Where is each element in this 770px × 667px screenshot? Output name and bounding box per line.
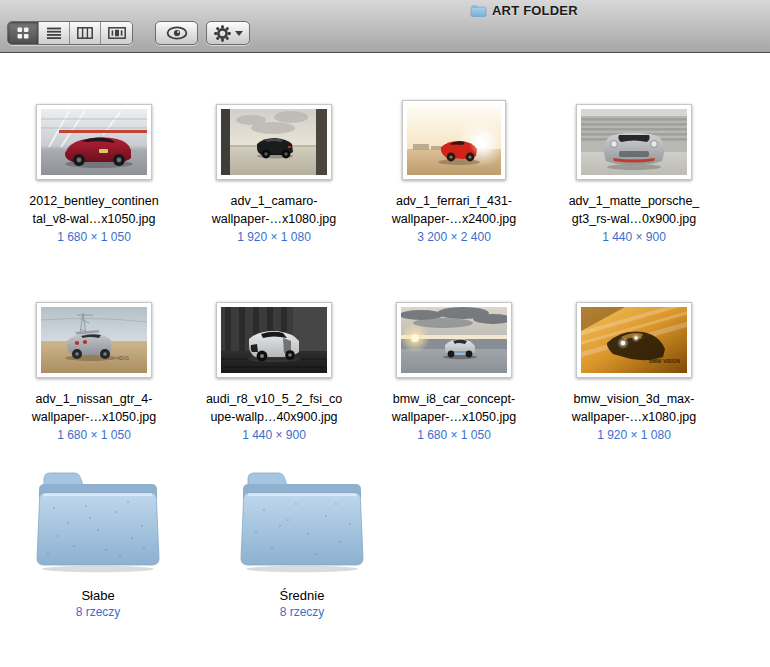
file-name-line: 2012_bentley_continen xyxy=(29,194,158,208)
coverflow-view-icon xyxy=(108,27,126,39)
file-name-line: bmw_i8_car_concept- xyxy=(393,392,515,406)
file-item[interactable]: ADV1 adv_1_nissan_gtr_4-wallpaper-…x1050… xyxy=(4,286,184,442)
view-mode-segmented-control xyxy=(7,21,133,45)
file-name-line: adv_1_camaro- xyxy=(231,194,318,208)
action-button[interactable] xyxy=(206,21,250,45)
folder-item[interactable]: Słabe 8 rzeczy xyxy=(8,468,188,619)
file-name: adv_1_nissan_gtr_4-wallpaper-…x1050.jpg xyxy=(32,390,156,426)
file-thumbnail-bmw-i8 xyxy=(396,302,512,378)
file-thumbnail-porsche xyxy=(576,104,692,180)
file-name-line: audi_r8_v10_5_2_fsi_co xyxy=(206,392,342,406)
folder-row: Słabe 8 rzeczy Średnie 8 rzeczy xyxy=(8,468,392,619)
file-dimensions: 3 200 × 2 400 xyxy=(417,230,491,244)
file-name: bmw_vision_3d_max-wallpaper-…x1080.jpg xyxy=(572,390,696,426)
file-dimensions: 1 680 × 1 050 xyxy=(417,428,491,442)
file-item[interactable]: BMW VISION bmw_vision_3d_max-wallpaper-…… xyxy=(544,286,724,442)
file-thumbnail-bmw-vision: BMW VISION xyxy=(576,302,692,378)
file-name-line: adv_1_ferrari_f_431- xyxy=(396,194,512,208)
file-name-line: wallpaper-…x1050.jpg xyxy=(32,410,156,424)
file-row-2: ADV1 adv_1_nissan_gtr_4-wallpaper-…x1050… xyxy=(4,286,724,442)
file-name-line: adv_1_nissan_gtr_4- xyxy=(36,392,153,406)
file-item[interactable]: adv_1_ferrari_f_431-wallpaper-…x2400.jpg… xyxy=(364,80,544,244)
window-title-area: ART FOLDER xyxy=(470,2,578,19)
quicklook-button[interactable] xyxy=(155,21,198,45)
file-thumbnail-nissan-gtr: ADV1 xyxy=(36,302,152,378)
file-item[interactable]: 2012_bentley_continental_v8-wal…x1050.jp… xyxy=(4,80,184,244)
file-name-line: wallpaper-…x2400.jpg xyxy=(392,212,516,226)
folder-name: Średnie xyxy=(280,588,325,603)
svg-text:BMW VISION: BMW VISION xyxy=(649,358,680,364)
file-item[interactable]: adv_1_camaro-wallpaper-…x1080.jpg 1 920 … xyxy=(184,80,364,244)
file-name-line: adv_1_matte_porsche_ xyxy=(569,194,700,208)
column-view-button[interactable] xyxy=(70,22,101,44)
dropdown-arrow-icon xyxy=(235,31,243,36)
window-header: ART FOLDER xyxy=(0,0,770,53)
file-name: adv_1_matte_porsche_gt3_rs-wal…0x900.jpg xyxy=(569,192,700,228)
file-row-1: 2012_bentley_continental_v8-wal…x1050.jp… xyxy=(4,80,724,244)
column-view-icon xyxy=(77,27,93,39)
file-name: adv_1_ferrari_f_431-wallpaper-…x2400.jpg xyxy=(392,192,516,228)
finder-icon-view: 2012_bentley_continental_v8-wal…x1050.jp… xyxy=(0,53,770,667)
svg-text:ADV1: ADV1 xyxy=(117,356,129,361)
folder-item-count: 8 rzeczy xyxy=(76,605,121,619)
file-thumbnail-audi-r8 xyxy=(216,302,332,378)
coverflow-view-button[interactable] xyxy=(101,22,132,44)
blue-folder-icon xyxy=(32,468,164,574)
file-thumbnail-ferrari xyxy=(402,100,506,180)
file-name-line: wallpaper-…x1080.jpg xyxy=(572,410,696,424)
file-item[interactable]: bmw_i8_car_concept-wallpaper-…x1050.jpg … xyxy=(364,286,544,442)
file-dimensions: 1 440 × 900 xyxy=(242,428,306,442)
folder-name: Słabe xyxy=(81,588,114,603)
folder-item[interactable]: Średnie 8 rzeczy xyxy=(212,468,392,619)
file-name: 2012_bentley_continental_v8-wal…x1050.jp… xyxy=(29,192,158,228)
file-dimensions: 1 680 × 1 050 xyxy=(57,230,131,244)
file-dimensions: 1 920 × 1 080 xyxy=(597,428,671,442)
file-name: bmw_i8_car_concept-wallpaper-…x1050.jpg xyxy=(392,390,516,426)
file-dimensions: 1 440 × 900 xyxy=(602,230,666,244)
folder-icon xyxy=(470,4,487,17)
file-name-line: gt3_rs-wal…0x900.jpg xyxy=(572,212,696,226)
file-dimensions: 1 920 × 1 080 xyxy=(237,230,311,244)
folder-item-count: 8 rzeczy xyxy=(280,605,325,619)
blue-folder-icon xyxy=(236,468,368,574)
file-name: audi_r8_v10_5_2_fsi_coupe-wallp…40x900.j… xyxy=(206,390,342,426)
file-thumbnail-camaro xyxy=(216,104,332,180)
window-title: ART FOLDER xyxy=(492,3,578,18)
file-name-line: upe-wallp…40x900.jpg xyxy=(210,410,337,424)
icon-view-icon xyxy=(17,27,29,39)
file-name-line: bmw_vision_3d_max- xyxy=(574,392,695,406)
gear-icon xyxy=(214,25,231,42)
file-name: adv_1_camaro-wallpaper-…x1080.jpg xyxy=(212,192,336,228)
file-name-line: wallpaper-…x1050.jpg xyxy=(392,410,516,424)
file-item[interactable]: adv_1_matte_porsche_gt3_rs-wal…0x900.jpg… xyxy=(544,80,724,244)
list-view-icon xyxy=(47,27,61,39)
file-name-line: tal_v8-wal…x1050.jpg xyxy=(33,212,156,226)
icon-view-button[interactable] xyxy=(8,22,39,44)
eye-icon xyxy=(166,26,188,40)
file-thumbnail-bentley xyxy=(36,104,152,180)
file-item[interactable]: audi_r8_v10_5_2_fsi_coupe-wallp…40x900.j… xyxy=(184,286,364,442)
file-name-line: wallpaper-…x1080.jpg xyxy=(212,212,336,226)
file-dimensions: 1 680 × 1 050 xyxy=(57,428,131,442)
list-view-button[interactable] xyxy=(39,22,70,44)
